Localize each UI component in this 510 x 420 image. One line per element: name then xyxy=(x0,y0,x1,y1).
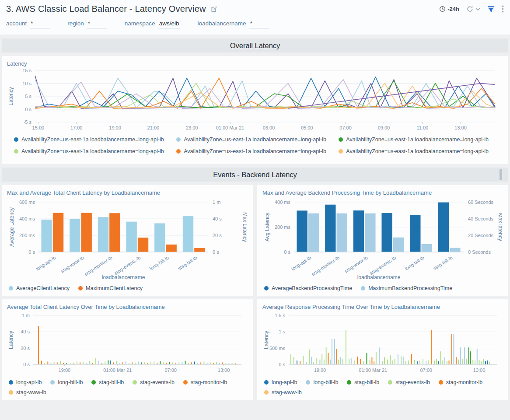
svg-text:40 Seconds: 40 Seconds xyxy=(468,216,494,221)
filter-value-input[interactable]: * xyxy=(249,20,269,28)
legend-item[interactable]: stag-events-lb xyxy=(388,379,430,385)
svg-text:09:00: 09:00 xyxy=(378,125,390,130)
svg-text:0 s: 0 s xyxy=(23,362,30,367)
svg-text:stag-bill-lb: stag-bill-lb xyxy=(177,255,198,271)
filter-account[interactable]: account * xyxy=(6,20,50,28)
legend-item[interactable]: long-bill-lb xyxy=(50,379,83,385)
legend-item[interactable]: MaximumBackendProcessingTime xyxy=(361,285,452,291)
legend-item[interactable]: stag-www-lb xyxy=(264,389,302,396)
legend-item[interactable]: stag-www-lb xyxy=(9,389,46,396)
filter-icon[interactable] xyxy=(487,6,495,13)
svg-text:0 s: 0 s xyxy=(279,362,285,367)
panel-response-processing-over-time: Average Response Processing Time Over Ti… xyxy=(257,299,508,400)
legend-item[interactable]: stag-bill-lb xyxy=(347,379,379,385)
svg-text:17:00: 17:00 xyxy=(70,125,83,130)
legend-label: stag-bill-lb xyxy=(99,379,124,385)
svg-text:15:00: 15:00 xyxy=(32,125,45,130)
svg-text:500 ms: 500 ms xyxy=(269,346,286,351)
share-icon[interactable] xyxy=(210,5,218,13)
legend-dot xyxy=(439,380,443,385)
legend-dot xyxy=(264,286,269,290)
filter-region[interactable]: region * xyxy=(67,20,107,28)
legend-label: stag-monitor-lb xyxy=(191,379,227,385)
svg-text:1 m: 1 m xyxy=(22,313,30,318)
svg-text:stag-monitor-lb: stag-monitor-lb xyxy=(311,255,340,277)
svg-text:Max Latency: Max Latency xyxy=(242,212,247,242)
panel-title: Max and Average Backend Processing Time … xyxy=(262,189,503,196)
backend-processing-bar-chart[interactable]: 0 s200 ms400 ms0 Seconds20 Seconds40 Sec… xyxy=(262,197,503,283)
refresh-button[interactable] xyxy=(466,5,480,13)
svg-text:13:00: 13:00 xyxy=(473,368,486,373)
legend-item[interactable]: AvailabilityZone=us-east-1a loadbalancer… xyxy=(176,135,339,144)
legend-item[interactable]: AvailabilityZone=us-east-1a loadbalancer… xyxy=(14,147,176,156)
legend-item[interactable]: AvailabilityZone=us-east-1a loadbalancer… xyxy=(176,159,339,160)
legend-item[interactable]: AvailabilityZone=us-east-1a loadbalancer… xyxy=(14,135,176,144)
legend-label: stag-www-lb xyxy=(272,389,302,396)
legend-item[interactable]: long-api-lb xyxy=(9,379,42,385)
legend-item[interactable]: stag-events-lb xyxy=(133,379,175,385)
svg-text:07:00: 07:00 xyxy=(339,125,352,130)
legend-dot xyxy=(9,390,13,395)
filter-bar: account * region * namespace aws/elb loa… xyxy=(0,16,510,35)
svg-text:stag-bill-lb: stag-bill-lb xyxy=(432,255,454,271)
client-latency-time-chart[interactable]: 0 s20 s40 s1 mLatency19:0001:00 Mar 2107… xyxy=(7,311,248,377)
overall-latency-chart[interactable]: 15 s10 s5 s0 s-5 sLatency15:0017:0019:00… xyxy=(7,68,503,133)
filter-value-input[interactable]: * xyxy=(30,20,50,28)
clock-icon xyxy=(439,6,446,12)
filter-value-input[interactable]: aws/elb xyxy=(158,20,180,28)
legend-label: MaximumClientLatency xyxy=(86,285,143,291)
svg-text:stag-events-lb: stag-events-lb xyxy=(369,255,397,276)
svg-text:40 s: 40 s xyxy=(21,329,30,334)
legend-item[interactable]: AvailabilityZone=us-east-1a loadbalancer… xyxy=(176,147,339,156)
svg-text:stag-www-lb: stag-www-lb xyxy=(343,255,368,274)
kebab-menu-icon[interactable] xyxy=(502,5,504,13)
filter-namespace[interactable]: namespace aws/elb xyxy=(125,20,180,28)
svg-text:600 ms: 600 ms xyxy=(19,200,35,205)
legend-item[interactable]: AverageClientLatency xyxy=(9,285,70,291)
legend-item[interactable]: stag-bill-lb xyxy=(91,379,124,385)
filter-value-input[interactable]: * xyxy=(87,20,107,28)
legend-item[interactable]: AverageBackendProcessingTime xyxy=(264,285,352,291)
time-range-button[interactable]: -24h xyxy=(439,6,459,12)
chevron-down-icon xyxy=(475,7,480,11)
legend-item[interactable]: MaximumClientLatency xyxy=(78,285,143,291)
svg-text:Average Latency: Average Latency xyxy=(9,207,15,247)
svg-text:Latency: Latency xyxy=(263,331,269,349)
legend-scrollbar[interactable] xyxy=(500,169,502,180)
section-header-events-backend-latency: Events - Backend Latency xyxy=(2,168,508,182)
svg-text:1.5 s: 1.5 s xyxy=(275,313,285,318)
svg-text:05:00: 05:00 xyxy=(301,125,313,130)
legend-dot xyxy=(50,380,55,385)
legend-item[interactable]: stag-monitor-lb xyxy=(439,379,482,385)
legend-label: AvailabilityZone=us-east-1a loadbalancer… xyxy=(346,136,489,143)
legend-dot xyxy=(14,137,18,142)
svg-text:0 Seconds: 0 Seconds xyxy=(468,249,491,255)
svg-text:long-api-lb: long-api-lb xyxy=(290,255,312,272)
svg-text:-5 s: -5 s xyxy=(24,119,32,125)
legend-dot xyxy=(176,149,181,154)
panel-title: Average Total Client Latency Over Time b… xyxy=(7,304,248,310)
legend-dot xyxy=(339,149,343,154)
legend-item[interactable]: stag-monitor-lb xyxy=(183,379,227,385)
svg-text:stag-monitor-lb: stag-monitor-lb xyxy=(84,255,113,277)
svg-text:Max latency: Max latency xyxy=(497,213,502,241)
panel-backend-processing-by-lb: Max and Average Backend Processing Time … xyxy=(257,185,508,296)
page-title: 3. AWS Classic Load Balancer - Latency O… xyxy=(6,4,206,14)
legend-item[interactable]: AvailabilityZone=us-east-1a loadbalancer… xyxy=(14,159,176,160)
legend-label: long-bill-lb xyxy=(58,379,83,385)
svg-text:20 s: 20 s xyxy=(21,346,30,351)
panel-title: Average Response Processing Time Over Ti… xyxy=(262,304,503,310)
legend-item[interactable]: long-api-lb xyxy=(264,379,297,385)
svg-text:Avg Latency: Avg Latency xyxy=(264,213,270,242)
filter-loadbalancername[interactable]: loadbalancername * xyxy=(197,20,269,28)
legend-dot xyxy=(176,137,181,142)
svg-text:0 s: 0 s xyxy=(28,249,35,255)
legend-item[interactable]: long-bill-lb xyxy=(306,379,338,385)
panel-client-latency-over-time: Average Total Client Latency Over Time b… xyxy=(2,299,253,400)
legend-item[interactable]: AvailabilityZone=us-east-1a loadbalancer… xyxy=(339,135,501,144)
legend-dot xyxy=(9,380,13,385)
client-latency-bar-chart[interactable]: 0 s200 ms400 ms600 ms0 s20 s40 s1 mAvera… xyxy=(7,197,248,283)
svg-text:0 s: 0 s xyxy=(25,107,31,112)
legend-item[interactable]: AvailabilityZone=us-east-1a loadbalancer… xyxy=(339,147,501,156)
response-processing-time-chart[interactable]: 0 s500 ms1 s1.5 sLatency19:0001:00 Mar 2… xyxy=(262,311,503,377)
